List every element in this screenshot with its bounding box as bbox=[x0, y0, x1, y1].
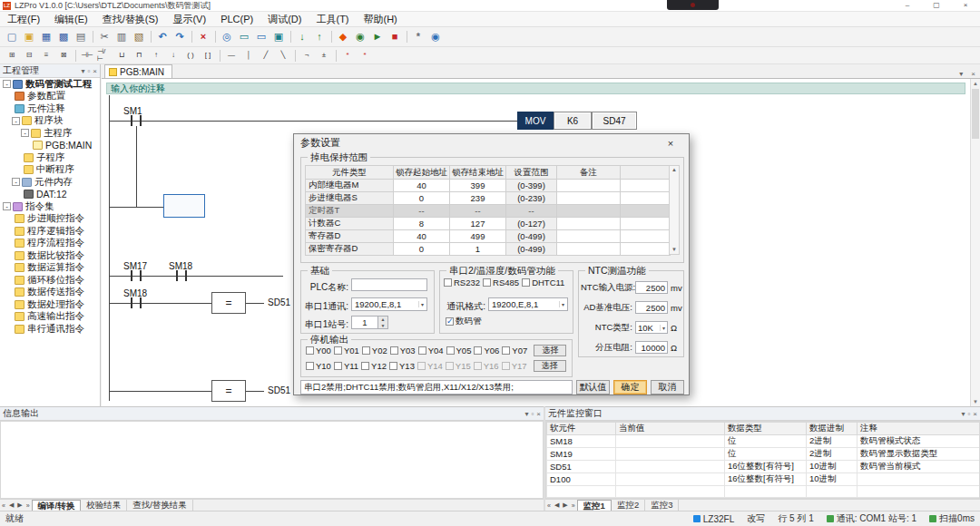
monitor-cell[interactable] bbox=[616, 461, 725, 473]
menu-project[interactable]: 工程(F) bbox=[0, 12, 47, 27]
tree-item[interactable]: 中断程序 bbox=[0, 164, 100, 177]
checkbox-Y03[interactable]: Y03 bbox=[390, 346, 416, 356]
retain-cell[interactable]: 127 bbox=[450, 218, 506, 230]
retain-row[interactable]: 定时器T------ bbox=[306, 205, 671, 218]
monitor-cell[interactable]: 位 bbox=[725, 448, 807, 461]
scroll-down-icon[interactable]: ▼ bbox=[670, 246, 679, 254]
checkbox-Y04[interactable]: Y04 bbox=[418, 346, 444, 356]
delete-v-line-button[interactable]: ╲ bbox=[275, 48, 291, 63]
checkbox-Y10[interactable]: Y10 bbox=[306, 361, 331, 371]
info-nav-last-icon[interactable]: » bbox=[24, 502, 32, 509]
star-tool-button[interactable]: * bbox=[339, 48, 356, 63]
parallel-closed-button[interactable]: ⊓ bbox=[131, 48, 147, 63]
monitor-cell[interactable]: 2进制 bbox=[807, 448, 858, 461]
copy-button[interactable]: ▥ bbox=[113, 29, 130, 44]
tree-item[interactable]: 数据处理指令 bbox=[0, 298, 100, 311]
select-outputs-button[interactable]: 选择 bbox=[534, 360, 566, 372]
maximize-button[interactable]: ▢ bbox=[922, 0, 951, 11]
dialog-status-field[interactable]: 串口2禁用;DHTC11禁用;数码管启用,X11/X12/X13禁用; bbox=[300, 380, 573, 394]
insert-row-button[interactable]: ≡ bbox=[38, 48, 54, 63]
menu-debug[interactable]: 调试(D) bbox=[260, 12, 309, 27]
scroll-up-icon[interactable]: ▲ bbox=[671, 167, 677, 172]
dialog-close-icon[interactable]: × bbox=[659, 138, 682, 149]
tab-monitor-1[interactable]: 监控1 bbox=[577, 500, 612, 511]
scrollbar-thumb[interactable] bbox=[972, 89, 979, 139]
monitor-cell[interactable] bbox=[616, 448, 725, 461]
tree-item[interactable]: -数码管测试工程 bbox=[0, 78, 100, 91]
monitor-cell[interactable]: 位 bbox=[725, 435, 807, 448]
ad-reference-input[interactable]: 2500 bbox=[635, 301, 668, 314]
info-panel-header[interactable]: 信息输出 ▾ ▫ × bbox=[0, 407, 544, 421]
monitor-cell[interactable]: 数码管当前模式 bbox=[858, 461, 980, 473]
redo-button[interactable]: ↷ bbox=[172, 29, 188, 44]
monitor-row[interactable]: SM19位2进制数码管显示数据类型 bbox=[547, 448, 980, 461]
status-comm[interactable]: 通讯: COM1 站号: 1 bbox=[827, 512, 916, 525]
checkbox-Y00[interactable]: Y00 bbox=[306, 346, 331, 356]
tab-pgb-main[interactable]: PGB:MAIN bbox=[104, 64, 172, 78]
edge-invert-button[interactable]: ± bbox=[316, 48, 332, 63]
tab-compile-convert[interactable]: 编译/转换 bbox=[32, 500, 82, 511]
retain-cell[interactable]: 0 bbox=[394, 243, 450, 256]
upload-plc-button[interactable]: ↑ bbox=[311, 29, 328, 44]
print-button[interactable]: ▤ bbox=[73, 29, 89, 44]
checkbox-Y07[interactable]: Y07 bbox=[502, 346, 527, 356]
close-button[interactable]: × bbox=[951, 0, 980, 11]
mov-arg1[interactable]: K6 bbox=[554, 112, 592, 130]
paste-button[interactable]: ▧ bbox=[131, 29, 147, 44]
retain-cell[interactable]: 499 bbox=[450, 230, 506, 243]
tree-item[interactable]: 串行通讯指令 bbox=[0, 323, 100, 336]
select-outputs-button[interactable]: 选择 bbox=[534, 345, 566, 356]
monitor-header-cell[interactable]: 数据类型 bbox=[725, 423, 807, 435]
falling-edge-button[interactable]: ↓ bbox=[165, 48, 181, 63]
cancel-button[interactable]: 取消 bbox=[651, 380, 684, 394]
tree-item[interactable]: 子程序 bbox=[0, 151, 100, 164]
tree-item[interactable]: 循环移位指令 bbox=[0, 274, 100, 287]
help-button[interactable]: ◉ bbox=[427, 29, 444, 44]
checkbox-Y12[interactable]: Y12 bbox=[361, 361, 387, 371]
mov-instruction[interactable]: MOV K6 SD47 bbox=[517, 112, 637, 130]
panel-menu-icon[interactable]: ▾ bbox=[961, 410, 965, 418]
undo-button[interactable]: ↶ bbox=[154, 29, 171, 44]
tab-verify-result[interactable]: 校验结果 bbox=[81, 500, 127, 511]
invert-button[interactable]: ¬ bbox=[299, 48, 315, 63]
monitor-cell[interactable] bbox=[616, 435, 725, 448]
retain-row[interactable]: 计数器C8127(0-127) bbox=[306, 218, 671, 230]
delete-h-line-button[interactable]: ╱ bbox=[258, 48, 274, 63]
monitor-cell[interactable]: 数码管显示数据类型 bbox=[858, 448, 980, 461]
status-edit-mode[interactable]: 改写 bbox=[747, 512, 765, 525]
compare-operand[interactable]: SD51 bbox=[268, 297, 290, 307]
monitor-nav-first-icon[interactable]: « bbox=[545, 502, 553, 509]
comm-format-select[interactable]: 19200,E,8,1 ▾ bbox=[488, 297, 568, 311]
spinner-down-icon[interactable]: ▼ bbox=[378, 323, 387, 329]
monitor-header-cell[interactable]: 当前值 bbox=[616, 423, 725, 435]
contact-bar-icon[interactable] bbox=[131, 115, 132, 126]
menu-help[interactable]: 帮助(H) bbox=[357, 12, 405, 27]
monitor-cell[interactable] bbox=[858, 486, 980, 498]
tab-monitor-3[interactable]: 监控3 bbox=[645, 500, 679, 511]
tab-list-icon[interactable]: ▾ bbox=[959, 70, 963, 78]
checkbox-Y13[interactable]: Y13 bbox=[389, 361, 415, 371]
instruction-button[interactable]: [ ] bbox=[200, 48, 216, 63]
monitor-row[interactable] bbox=[547, 486, 980, 498]
contact-bar-icon[interactable] bbox=[185, 270, 187, 281]
monitor-header-cell[interactable]: 数据进制 bbox=[807, 423, 858, 435]
station-spinner[interactable]: ▲ ▼ bbox=[378, 316, 388, 329]
retain-row[interactable]: 寄存器D40499(0-499) bbox=[306, 230, 671, 243]
scroll-up-icon[interactable]: ▲ bbox=[973, 81, 978, 86]
tree-item[interactable]: 程序流程指令 bbox=[0, 238, 100, 250]
station-input[interactable]: 1 bbox=[351, 316, 378, 329]
menu-edit[interactable]: 编辑(E) bbox=[47, 12, 95, 27]
com1-format-select[interactable]: 19200,E,8,1 ▾ bbox=[351, 297, 427, 311]
checkbox-Y02[interactable]: Y02 bbox=[362, 346, 387, 356]
ntc-supply-input[interactable]: 2500 bbox=[635, 281, 668, 294]
contact-bar-icon[interactable] bbox=[140, 270, 142, 281]
monitor-header-cell[interactable]: 注释 bbox=[858, 423, 980, 435]
monitor-nav-next-icon[interactable]: ▶ bbox=[561, 502, 569, 509]
monitor-row[interactable]: SD5116位整数[有符号]10进制数码管当前模式 bbox=[547, 461, 980, 473]
retain-cell[interactable]: 239 bbox=[450, 192, 506, 205]
default-values-button[interactable]: 默认值 bbox=[576, 380, 610, 394]
insert-cell-button[interactable]: ⊞ bbox=[4, 48, 20, 63]
monitor-table[interactable]: 软元件当前值数据类型数据进制注释 SM18位2进制数码管模式状态SM19位2进制… bbox=[546, 422, 980, 499]
minimize-button[interactable]: – bbox=[893, 0, 922, 11]
panel-close-icon[interactable]: × bbox=[973, 410, 977, 418]
